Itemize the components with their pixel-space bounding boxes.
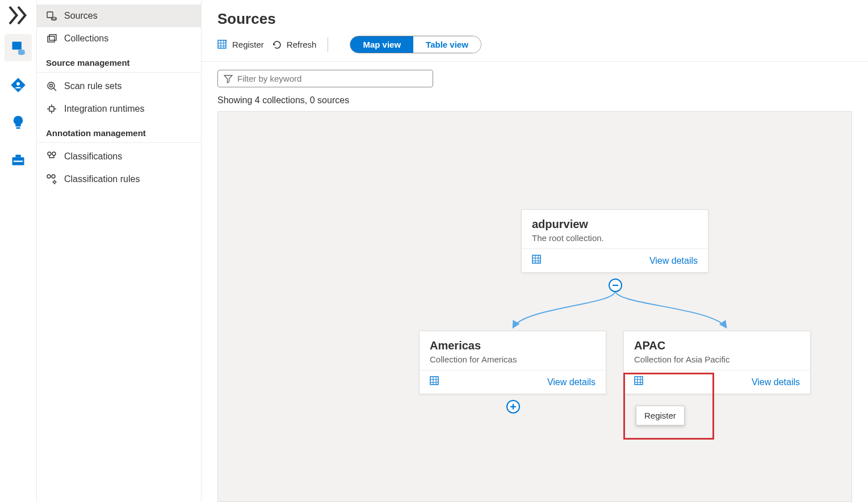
svg-rect-13: [49, 35, 56, 40]
sidebar-item-classification-rules[interactable]: Classification rules: [37, 168, 201, 191]
toolbar-separator: [328, 37, 328, 52]
svg-rect-10: [47, 12, 53, 18]
collection-title: Americas: [430, 339, 596, 352]
view-details-link[interactable]: View details: [547, 377, 596, 387]
connector-lines: [218, 112, 852, 502]
view-details-link[interactable]: View details: [752, 377, 800, 387]
results-summary: Showing 4 collections, 0 sources: [202, 92, 868, 111]
filter-input[interactable]: [237, 74, 427, 83]
target-icon: [46, 81, 57, 92]
view-toggle: Map view Table view: [350, 36, 481, 53]
filter-row: [202, 62, 868, 92]
diamond-person-icon: [10, 77, 26, 93]
svg-point-5: [16, 82, 20, 86]
svg-rect-9: [14, 161, 23, 162]
toolbox-icon: [10, 152, 26, 168]
svg-point-15: [50, 85, 53, 87]
sidebar-item-label: Classifications: [64, 151, 122, 162]
page-title: Sources: [202, 0, 868, 36]
left-rail: [0, 0, 37, 502]
expand-rail-button[interactable]: [7, 7, 30, 24]
classifications-icon: [46, 151, 57, 162]
filter-icon: [224, 74, 233, 83]
sidebar-item-label: Sources: [64, 11, 98, 21]
main-area: Sources Register Refresh Map view Table …: [202, 0, 868, 502]
svg-point-18: [52, 152, 56, 155]
chevron-right-double-icon: [7, 4, 30, 27]
svg-point-11: [52, 17, 56, 19]
classification-rules-icon: [46, 174, 57, 185]
sidebar: Sources Collections Source management Sc…: [37, 0, 202, 502]
collection-description: Collection for Asia Pacific: [634, 355, 800, 364]
svg-point-17: [48, 152, 51, 155]
svg-rect-8: [15, 155, 20, 158]
sidebar-item-integration-runtimes[interactable]: Integration runtimes: [37, 98, 201, 120]
filter-input-wrapper[interactable]: [217, 70, 433, 87]
sidebar-item-collections[interactable]: Collections: [37, 27, 201, 50]
integration-icon: [46, 103, 57, 115]
svg-rect-28: [635, 377, 643, 385]
collection-description: The root collection.: [532, 233, 698, 243]
sidebar-item-label: Scan rule sets: [64, 81, 121, 91]
card-register-button[interactable]: [634, 376, 644, 388]
sidebar-item-classifications[interactable]: Classifications: [37, 145, 201, 168]
expand-node-button[interactable]: [506, 400, 520, 414]
svg-rect-25: [430, 377, 438, 385]
rail-insights-button[interactable]: [5, 109, 32, 136]
lightbulb-icon: [10, 115, 26, 130]
svg-rect-23: [532, 255, 540, 263]
rail-sources-button[interactable]: [5, 34, 32, 61]
svg-rect-12: [48, 36, 54, 42]
map-canvas[interactable]: adpurview The root collection. View deta…: [217, 111, 852, 502]
register-grid-icon: [532, 255, 542, 265]
collapse-node-button[interactable]: [609, 279, 622, 292]
svg-point-19: [47, 175, 51, 178]
sidebar-header-source-management: Source management: [37, 50, 201, 73]
register-grid-icon: [634, 376, 644, 386]
rail-catalog-button[interactable]: [5, 71, 32, 99]
sidebar-item-label: Integration runtimes: [64, 104, 144, 114]
svg-point-20: [52, 175, 55, 178]
svg-rect-0: [12, 42, 22, 50]
sidebar-item-label: Collections: [64, 33, 108, 44]
card-register-button[interactable]: [430, 376, 440, 388]
register-button[interactable]: Register: [217, 40, 264, 50]
rail-management-button[interactable]: [5, 146, 32, 174]
collection-card-apac[interactable]: APAC Collection for Asia Pacific View de…: [623, 331, 811, 394]
refresh-button[interactable]: Refresh: [272, 40, 317, 50]
register-button-label: Register: [232, 40, 264, 49]
collection-title: APAC: [634, 339, 800, 352]
sidebar-item-label: Classification rules: [64, 174, 140, 184]
collection-card-root[interactable]: adpurview The root collection. View deta…: [521, 209, 708, 273]
svg-point-3: [18, 52, 25, 55]
sidebar-header-annotation-management: Annotation management: [37, 120, 201, 143]
plus-icon: [509, 403, 517, 411]
map-view-toggle[interactable]: Map view: [350, 36, 413, 53]
sidebar-item-sources[interactable]: Sources: [37, 5, 201, 27]
register-grid-icon: [217, 40, 228, 50]
table-view-toggle[interactable]: Table view: [413, 36, 481, 53]
refresh-button-label: Refresh: [287, 40, 317, 49]
view-details-link[interactable]: View details: [649, 256, 698, 266]
svg-point-21: [53, 181, 56, 183]
card-register-button[interactable]: [532, 255, 542, 267]
svg-rect-6: [16, 127, 20, 129]
svg-rect-22: [218, 40, 226, 48]
database-icon: [10, 40, 26, 56]
sidebar-item-scan-rule-sets[interactable]: Scan rule sets: [37, 75, 201, 98]
collection-card-americas[interactable]: Americas Collection for Americas View de…: [419, 331, 606, 394]
refresh-icon: [272, 40, 282, 50]
collections-icon: [46, 33, 57, 44]
minus-icon: [611, 281, 619, 289]
toolbar: Register Refresh Map view Table view: [202, 36, 868, 62]
collection-title: adpurview: [532, 218, 698, 231]
register-tooltip: Register: [636, 406, 685, 425]
svg-rect-16: [49, 107, 54, 111]
register-grid-icon: [430, 376, 440, 386]
sources-icon: [46, 10, 57, 22]
collection-description: Collection for Americas: [430, 355, 596, 364]
